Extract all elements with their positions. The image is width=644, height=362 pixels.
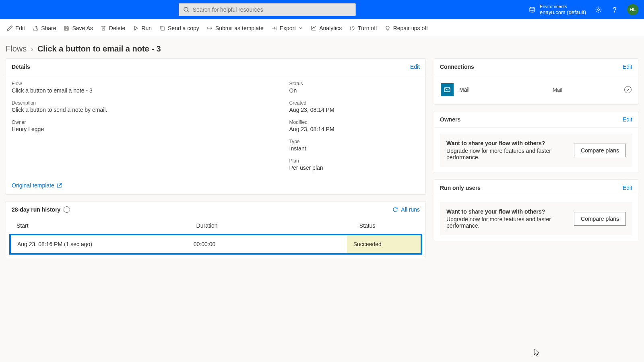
col-start: Start — [7, 218, 186, 233]
details-card: Details Edit FlowClick a button to email… — [6, 58, 426, 195]
run-history-card: 28-day run history i All runs Start Dura… — [6, 201, 426, 258]
connections-edit-button[interactable]: Edit — [623, 64, 632, 70]
check-icon — [624, 86, 632, 93]
svg-point-3 — [598, 9, 600, 11]
turn-off-button[interactable]: Turn off — [348, 23, 378, 33]
flow-label: Flow — [12, 81, 289, 86]
svg-rect-6 — [444, 88, 450, 92]
details-edit-button[interactable]: Edit — [410, 64, 420, 70]
owners-title: Owners — [440, 116, 460, 123]
description-value: Click a button to send a note by email. — [12, 107, 289, 113]
compare-plans-button[interactable]: Compare plans — [574, 144, 626, 157]
details-title: Details — [12, 64, 30, 70]
environment-label: Environments — [540, 4, 586, 9]
connections-card: Connections Edit Mail Mail — [434, 58, 638, 105]
export-button[interactable]: Export — [270, 23, 304, 33]
flow-value: Click a button to email a note - 3 — [12, 87, 289, 94]
run-history-title: 28-day run history — [12, 206, 60, 213]
modified-value: Aug 23, 08:14 PM — [289, 126, 420, 132]
owner-label: Owner — [12, 119, 289, 125]
plan-value: Per-user plan — [289, 165, 420, 171]
promo-body: Upgrade now for more features and faster… — [446, 148, 568, 160]
breadcrumb-current: Click a button to email a note - 3 — [37, 44, 161, 53]
created-value: Aug 23, 08:14 PM — [289, 107, 420, 113]
all-runs-button[interactable]: All runs — [392, 206, 420, 213]
search-input[interactable] — [193, 6, 351, 13]
status-value: On — [289, 87, 420, 94]
col-duration: Duration — [187, 218, 349, 233]
created-label: Created — [289, 100, 420, 106]
run-only-title: Run only users — [440, 185, 481, 191]
chevron-right-icon: › — [31, 44, 33, 53]
settings-icon[interactable] — [595, 6, 602, 13]
owners-edit-button[interactable]: Edit — [623, 116, 632, 123]
run-only-users-card: Run only users Edit Want to share your f… — [434, 179, 638, 241]
help-icon[interactable] — [611, 6, 618, 13]
environment-value: enayu.com (default) — [540, 9, 586, 16]
run-button[interactable]: Run — [132, 23, 153, 33]
type-value: Instant — [289, 145, 420, 152]
search-container — [6, 3, 528, 16]
breadcrumb-root[interactable]: Flows — [6, 44, 27, 53]
search-icon — [183, 6, 190, 13]
analytics-button[interactable]: Analytics — [310, 23, 343, 33]
connection-type: Mail — [553, 87, 562, 93]
run-only-edit-button[interactable]: Edit — [623, 185, 632, 191]
svg-point-0 — [184, 7, 188, 11]
open-new-window-icon — [57, 183, 62, 188]
run-history-table: Start Duration Status — [6, 218, 425, 234]
run-duration: 00:00:00 — [187, 235, 347, 253]
run-only-promo: Want to share your flow with others? Upg… — [440, 202, 632, 235]
promo-title: Want to share your flow with others? — [446, 140, 568, 146]
compare-plans-button-2[interactable]: Compare plans — [574, 212, 626, 226]
type-label: Type — [289, 139, 420, 144]
info-icon[interactable]: i — [64, 206, 70, 213]
run-start: Aug 23, 08:16 PM (1 sec ago) — [11, 235, 187, 253]
plan-label: Plan — [289, 158, 420, 164]
status-label: Status — [289, 81, 420, 86]
connections-title: Connections — [440, 64, 474, 70]
environment-picker[interactable]: Environments enayu.com (default) — [528, 4, 586, 16]
connection-row[interactable]: Mail Mail — [440, 81, 632, 99]
header-right: Environments enayu.com (default) HL — [528, 4, 638, 16]
svg-point-4 — [614, 12, 615, 12]
user-avatar[interactable]: HL — [627, 4, 638, 15]
command-bar: Edit Share Save As Delete Run Send a cop… — [0, 19, 644, 37]
app-header: Environments enayu.com (default) HL — [0, 0, 644, 19]
original-template-link[interactable]: Original template — [6, 177, 68, 194]
submit-template-button[interactable]: Submit as template — [206, 23, 264, 33]
search-box[interactable] — [179, 3, 356, 16]
save-as-button[interactable]: Save As — [62, 23, 93, 33]
delete-button[interactable]: Delete — [99, 23, 126, 33]
share-button[interactable]: Share — [31, 23, 57, 33]
mail-icon — [441, 83, 454, 96]
repair-tips-button[interactable]: Repair tips off — [384, 23, 429, 33]
breadcrumb: Flows › Click a button to email a note -… — [0, 37, 644, 58]
promo-title-2: Want to share your flow with others? — [446, 208, 568, 215]
edit-button[interactable]: Edit — [6, 23, 26, 33]
run-status: Succeeded — [347, 235, 421, 253]
col-status: Status — [350, 218, 425, 233]
environment-icon — [528, 6, 536, 13]
promo-body-2: Upgrade now for more features and faster… — [446, 216, 568, 229]
refresh-icon — [392, 206, 398, 213]
svg-rect-5 — [161, 27, 164, 30]
connection-name: Mail — [459, 86, 547, 93]
description-label: Description — [12, 100, 289, 106]
modified-label: Modified — [289, 119, 420, 125]
run-history-row[interactable]: Aug 23, 08:16 PM (1 sec ago) 00:00:00 Su… — [9, 234, 422, 255]
owners-card: Owners Edit Want to share your flow with… — [434, 111, 638, 173]
owner-value: Henry Legge — [12, 126, 289, 132]
svg-line-1 — [188, 11, 189, 12]
svg-point-2 — [530, 7, 535, 9]
owners-promo: Want to share your flow with others? Upg… — [440, 134, 632, 167]
send-copy-button[interactable]: Send a copy — [158, 23, 200, 33]
chevron-down-icon — [298, 26, 303, 31]
